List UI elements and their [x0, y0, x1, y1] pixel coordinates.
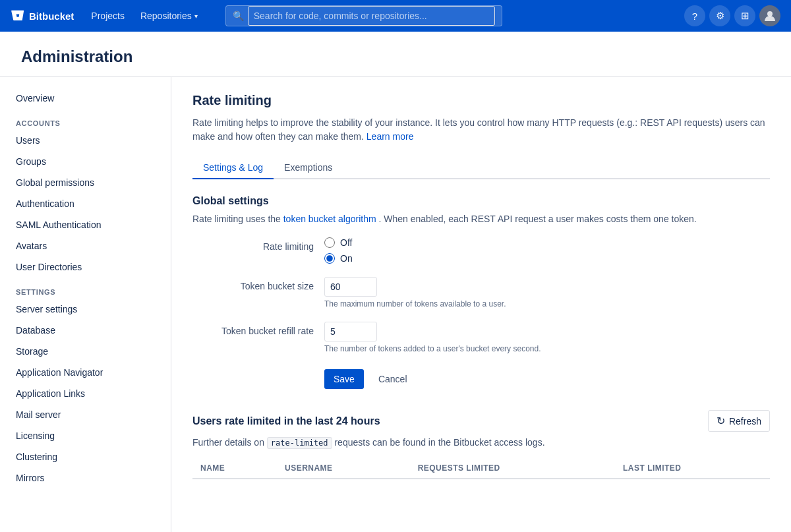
sidebar-item-server-settings[interactable]: Server settings	[0, 299, 171, 320]
learn-more-link[interactable]: Learn more	[366, 131, 414, 142]
sidebar-item-users[interactable]: Users	[0, 130, 171, 151]
form-buttons-row: Save Cancel	[192, 367, 770, 389]
token-bucket-size-field: Token bucket size The maximum number of …	[192, 277, 770, 309]
sidebar-item-user-directories[interactable]: User Directories	[0, 256, 171, 278]
token-bucket-size-input[interactable]	[324, 277, 377, 297]
table-header-row: Name Username Requests limited Last limi…	[192, 458, 770, 479]
main-content: Rate limiting Rate limiting helps to imp…	[171, 77, 791, 532]
token-bucket-refill-label: Token bucket refill rate	[192, 322, 324, 336]
rate-limiting-description: Rate limiting helps to improve the stabi…	[192, 116, 770, 144]
user-avatar-icon	[763, 9, 776, 22]
sidebar-item-avatars[interactable]: Avatars	[0, 235, 171, 256]
topnav-icon-group: ? ⚙ ⊞	[684, 5, 780, 26]
rate-limiting-title: Rate limiting	[192, 93, 770, 108]
radio-on-option[interactable]: On	[324, 253, 770, 264]
col-requests-limited: Requests limited	[410, 458, 615, 479]
rate-limiting-label: Rate limiting	[192, 237, 324, 252]
token-bucket-refill-hint: The number of tokens added to a user's b…	[324, 344, 770, 353]
search-bar: 🔍	[225, 5, 502, 26]
cancel-button[interactable]: Cancel	[369, 369, 417, 389]
save-button[interactable]: Save	[324, 369, 364, 389]
global-settings-description: Rate limiting uses the token bucket algo…	[192, 214, 770, 224]
settings-icon-button[interactable]: ⚙	[709, 5, 730, 26]
global-settings-title: Global settings	[192, 195, 770, 207]
users-rate-limited-title: Users rate limited in the last 24 hours	[192, 415, 380, 427]
logo[interactable]: Bitbucket	[11, 9, 74, 23]
top-nav-links: Projects Repositories ▾	[84, 7, 204, 25]
token-bucket-algorithm-link[interactable]: token bucket algorithm	[283, 214, 376, 224]
radio-off-input[interactable]	[324, 237, 335, 248]
token-bucket-refill-control: The number of tokens added to a user's b…	[324, 322, 770, 353]
bitbucket-logo-icon	[11, 9, 25, 23]
chevron-down-icon: ▾	[194, 13, 198, 20]
sidebar-item-saml-authentication[interactable]: SAML Authentication	[0, 214, 171, 235]
sidebar-item-storage[interactable]: Storage	[0, 341, 171, 362]
rate-limited-description: Further details on rate-limited requests…	[192, 437, 770, 448]
refresh-icon: ↻	[717, 415, 725, 427]
token-bucket-size-control: The maximum number of tokens available t…	[324, 277, 770, 309]
col-username: Username	[277, 458, 410, 479]
radio-off-option[interactable]: Off	[324, 237, 770, 248]
page-title: Administration	[21, 47, 770, 66]
svg-point-0	[767, 11, 773, 16]
token-bucket-refill-field: Token bucket refill rate The number of t…	[192, 322, 770, 353]
page-body: Overview ACCOUNTS Users Groups Global pe…	[0, 77, 791, 532]
col-last-limited: Last limited	[615, 458, 770, 479]
top-navigation: Bitbucket Projects Repositories ▾ 🔍 ? ⚙ …	[0, 0, 791, 32]
sidebar-item-overview[interactable]: Overview	[0, 88, 171, 109]
sidebar-item-licensing[interactable]: Licensing	[0, 425, 171, 446]
tabs: Settings & Log Exemptions	[192, 157, 770, 179]
search-input[interactable]	[248, 6, 495, 26]
rate-limited-code: rate-limited	[267, 437, 332, 449]
radio-group-rate-limiting: Off On	[324, 237, 770, 264]
rate-limited-table: Name Username Requests limited Last limi…	[192, 458, 770, 479]
page-header: Administration	[0, 32, 791, 77]
help-icon-button[interactable]: ?	[684, 5, 705, 26]
grid-icon-button[interactable]: ⊞	[734, 5, 755, 26]
col-name: Name	[192, 458, 277, 479]
sidebar-item-groups[interactable]: Groups	[0, 151, 171, 172]
refresh-button[interactable]: ↻ Refresh	[708, 410, 770, 432]
sidebar-item-application-navigator[interactable]: Application Navigator	[0, 362, 171, 383]
sidebar-section-settings-label: SETTINGS	[0, 278, 171, 299]
sidebar-item-global-permissions[interactable]: Global permissions	[0, 172, 171, 193]
sidebar-item-clustering[interactable]: Clustering	[0, 446, 171, 467]
users-rate-limited-section: Users rate limited in the last 24 hours …	[192, 410, 770, 479]
repositories-nav-link[interactable]: Repositories ▾	[134, 7, 204, 25]
radio-on-input[interactable]	[324, 253, 335, 264]
token-bucket-size-hint: The maximum number of tokens available t…	[324, 299, 770, 309]
form-label-spacer	[192, 367, 324, 370]
rate-limiting-field: Rate limiting Off On	[192, 237, 770, 264]
tab-settings-log[interactable]: Settings & Log	[192, 157, 274, 179]
table-header: Name Username Requests limited Last limi…	[192, 458, 770, 479]
users-rate-limited-header-row: Users rate limited in the last 24 hours …	[192, 410, 770, 432]
sidebar-item-application-links[interactable]: Application Links	[0, 383, 171, 404]
form-button-group: Save Cancel	[324, 369, 770, 389]
token-bucket-size-label: Token bucket size	[192, 277, 324, 291]
sidebar-item-authentication[interactable]: Authentication	[0, 193, 171, 214]
avatar[interactable]	[759, 5, 780, 26]
tab-exemptions[interactable]: Exemptions	[274, 157, 343, 179]
sidebar-item-mirrors[interactable]: Mirrors	[0, 467, 171, 488]
sidebar-item-mail-server[interactable]: Mail server	[0, 404, 171, 425]
search-icon: 🔍	[233, 11, 244, 21]
sidebar: Overview ACCOUNTS Users Groups Global pe…	[0, 77, 171, 532]
projects-nav-link[interactable]: Projects	[84, 7, 131, 25]
token-bucket-refill-input[interactable]	[324, 322, 377, 341]
sidebar-section-accounts-label: ACCOUNTS	[0, 109, 171, 130]
rate-limiting-control: Off On	[324, 237, 770, 264]
sidebar-item-database[interactable]: Database	[0, 320, 171, 341]
